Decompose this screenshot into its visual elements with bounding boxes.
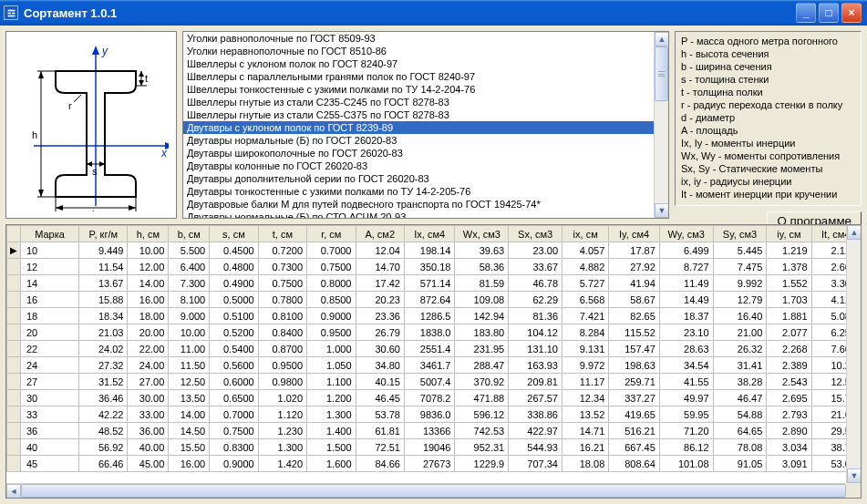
list-item[interactable]: Двутавры нормальные (Б) по СТО АСЧМ 20-9… xyxy=(183,211,668,218)
table-cell: 9.000 xyxy=(169,308,210,324)
svg-marker-10 xyxy=(38,190,44,197)
table-cell: 4.882 xyxy=(563,259,609,275)
table-row[interactable]: 2427.3224.0011.500.56000.95001.05034.803… xyxy=(7,357,861,374)
grid-scroll-up[interactable]: ▲ xyxy=(847,225,862,240)
table-cell: 40.15 xyxy=(356,374,404,390)
row-indicator xyxy=(7,439,21,456)
table-cell: 53.78 xyxy=(356,406,404,423)
list-item[interactable]: Швеллеры с параллельными гранями полок п… xyxy=(183,70,668,83)
list-item[interactable]: Уголки неравнополочные по ГОСТ 8510-86 xyxy=(183,45,668,57)
table-cell: 18.37 xyxy=(659,308,713,324)
table-row[interactable]: 1413.6714.007.3000.49000.75000.800017.42… xyxy=(7,275,861,292)
scroll-down-button[interactable]: ▼ xyxy=(655,203,669,218)
column-header[interactable]: Ix, см4 xyxy=(404,226,455,242)
table-row[interactable]: 2731.5227.0012.500.60000.98001.10040.155… xyxy=(7,374,861,390)
table-row[interactable]: 1615.8816.008.1000.50000.78000.850020.23… xyxy=(7,292,861,308)
table-cell: 2.890 xyxy=(767,423,811,439)
table-cell: 46.78 xyxy=(509,275,563,292)
column-header[interactable]: Sx, см3 xyxy=(509,226,563,242)
table-cell: 16.00 xyxy=(169,456,210,472)
data-grid[interactable]: МаркаP, кг/мh, смb, смs, смt, смr, смA, … xyxy=(5,224,862,499)
list-item[interactable]: Двутавры колонные по ГОСТ 26020-83 xyxy=(183,159,668,172)
grid-scroll-left[interactable]: ◄ xyxy=(6,484,21,499)
list-item[interactable]: Двутавры с уклоном полок по ГОСТ 8239-89 xyxy=(183,121,668,134)
table-row[interactable]: 1818.3418.009.0000.51000.81000.900023.36… xyxy=(7,308,861,324)
title-bar: ☲ Сортамент 1.0.1 _ □ × xyxy=(0,0,867,26)
minimize-button[interactable]: _ xyxy=(796,3,816,23)
grid-horizontal-thumb[interactable] xyxy=(21,484,846,498)
column-header[interactable]: P, кг/м xyxy=(79,226,128,242)
table-cell: 33.00 xyxy=(128,406,169,423)
table-cell: 808.64 xyxy=(609,456,660,472)
column-header[interactable]: Iy, см4 xyxy=(609,226,660,242)
table-row[interactable]: 1211.5412.006.4000.48000.73000.750014.70… xyxy=(7,259,861,275)
table-cell: 5.445 xyxy=(713,242,767,259)
grid-scroll-down[interactable]: ▼ xyxy=(847,468,862,483)
column-header[interactable]: b, см xyxy=(169,226,210,242)
table-cell: 12 xyxy=(20,259,78,275)
column-header[interactable]: Wy, см3 xyxy=(659,226,713,242)
table-row[interactable]: 4566.4645.0016.000.90001.4201.60084.6627… xyxy=(7,456,861,472)
table-row[interactable]: 3342.2233.0014.000.70001.1201.30053.7898… xyxy=(7,406,861,423)
table-cell: 18.00 xyxy=(128,308,169,324)
scroll-thumb[interactable] xyxy=(655,46,668,101)
column-header[interactable]: Sy, см3 xyxy=(713,226,767,242)
table-cell: 183.80 xyxy=(455,324,509,341)
legend-line: It - момент инерции при кручении xyxy=(681,189,855,201)
table-row[interactable]: 4056.9240.0015.500.83001.3001.50072.5119… xyxy=(7,439,861,456)
list-item[interactable]: Двутавры нормальные (Б) по ГОСТ 26020-83 xyxy=(183,134,668,147)
column-header[interactable]: A, см2 xyxy=(356,226,404,242)
scroll-up-button[interactable]: ▲ xyxy=(655,32,669,46)
list-item[interactable]: Швеллеры с уклоном полок по ГОСТ 8240-97 xyxy=(183,57,668,70)
table-row[interactable]: ▶109.44910.005.5000.45000.72000.700012.0… xyxy=(7,242,861,259)
column-header[interactable]: Марка xyxy=(20,226,78,242)
table-cell: 1286.5 xyxy=(404,308,455,324)
table-cell: 0.4900 xyxy=(210,275,258,292)
table-cell: 0.5200 xyxy=(210,324,258,341)
list-item[interactable]: Двутавры тонкостенные с узкими полками п… xyxy=(183,185,668,198)
table-cell: 2.268 xyxy=(767,341,811,357)
grid-vertical-scrollbar[interactable]: ▲ ▼ xyxy=(846,225,861,483)
table-cell: 27.32 xyxy=(79,357,128,374)
table-cell: 30 xyxy=(20,390,78,406)
column-header[interactable]: s, см xyxy=(210,226,258,242)
table-cell: 0.8300 xyxy=(210,439,258,456)
close-button[interactable]: × xyxy=(841,3,862,23)
list-item[interactable]: Уголки равнополочные по ГОСТ 8509-93 xyxy=(183,32,668,45)
table-cell: 0.8500 xyxy=(307,292,356,308)
list-item[interactable]: Швеллеры гнутые из стали С255-С375 по ГО… xyxy=(183,108,668,121)
table-cell: 198.63 xyxy=(609,357,660,374)
table-cell: 0.8400 xyxy=(258,324,306,341)
list-item[interactable]: Двутавровые балки М для путей подвесного… xyxy=(183,198,668,211)
table-cell: 1.230 xyxy=(258,423,306,439)
table-cell: 41.55 xyxy=(659,374,713,390)
list-scrollbar[interactable]: ▲ ▼ xyxy=(654,32,668,218)
grid-horizontal-scrollbar[interactable]: ◄ ► xyxy=(6,483,861,498)
column-header[interactable]: ix, см xyxy=(563,226,609,242)
list-item[interactable]: Швеллеры тонкостенные с узкими полками п… xyxy=(183,83,668,96)
table-cell: 22.00 xyxy=(128,341,169,357)
table-row[interactable]: 3036.4630.0013.500.65001.0201.20046.4570… xyxy=(7,390,861,406)
table-cell: 14.00 xyxy=(128,275,169,292)
table-cell: 2551.4 xyxy=(404,341,455,357)
list-item[interactable]: Швеллеры гнутые из стали С235-С245 по ГО… xyxy=(183,96,668,108)
column-header[interactable]: h, см xyxy=(128,226,169,242)
table-cell: 1.500 xyxy=(307,439,356,456)
list-item[interactable]: Двутавры широкополочные по ГОСТ 26020-83 xyxy=(183,147,668,159)
column-header[interactable]: iy, см xyxy=(767,226,811,242)
table-cell: 231.95 xyxy=(455,341,509,357)
table-row[interactable]: 2021.0320.0010.000.52000.84000.950026.79… xyxy=(7,324,861,341)
table-cell: 33 xyxy=(20,406,78,423)
profile-list[interactable]: Уголки равнополочные по ГОСТ 8509-93Угол… xyxy=(182,31,669,219)
table-cell: 24 xyxy=(20,357,78,374)
maximize-button[interactable]: □ xyxy=(819,3,839,23)
table-row[interactable]: 3648.5236.0014.500.75001.2301.40061.8113… xyxy=(7,423,861,439)
list-item[interactable]: Двутавры дополнительной серии по ГОСТ 26… xyxy=(183,172,668,185)
column-header[interactable]: t, см xyxy=(258,226,306,242)
column-header[interactable]: r, см xyxy=(307,226,356,242)
table-cell: 45 xyxy=(20,456,78,472)
column-header[interactable]: Wx, см3 xyxy=(455,226,509,242)
table-cell: 11.54 xyxy=(79,259,128,275)
table-cell: 5007.4 xyxy=(404,374,455,390)
table-row[interactable]: 2224.0222.0011.000.54000.87001.00030.602… xyxy=(7,341,861,357)
